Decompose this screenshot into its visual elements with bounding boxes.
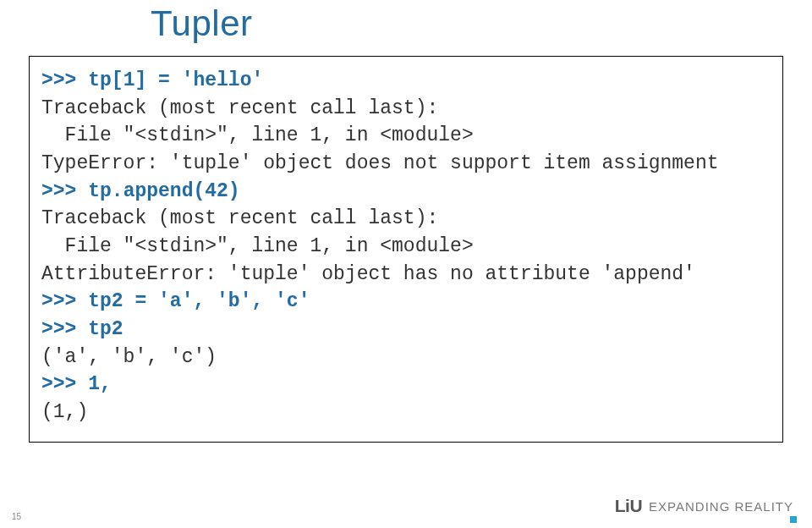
footer: LiU EXPANDING REALITY (615, 496, 793, 516)
liu-logo: LiU (615, 496, 642, 516)
code-line: File "<stdin>", line 1, in <module> (41, 235, 474, 257)
page-number: 15 (12, 512, 21, 521)
code-block: >>> tp[1] = 'hello' Traceback (most rece… (29, 56, 783, 443)
repl-prompt: >>> (41, 290, 88, 312)
footer-tagline: EXPANDING REALITY (649, 499, 793, 514)
repl-prompt: >>> (41, 318, 88, 340)
slide-title: Tupler (151, 3, 253, 44)
repl-prompt: >>> (41, 373, 88, 395)
code-line: (1,) (41, 401, 88, 423)
code-line: TypeError: 'tuple' object does not suppo… (41, 152, 719, 174)
code-line: AttributeError: 'tuple' object has no at… (41, 263, 695, 285)
repl-input: 1, (88, 373, 112, 395)
repl-input: tp.append(42) (88, 180, 239, 202)
repl-input: tp[1] = 'hello' (88, 69, 263, 91)
repl-input: tp2 = 'a', 'b', 'c' (88, 290, 310, 312)
accent-square-icon (790, 516, 797, 523)
code-line: Traceback (most recent call last): (41, 207, 438, 229)
repl-prompt: >>> (41, 180, 88, 202)
repl-input: tp2 (88, 318, 123, 340)
code-line: Traceback (most recent call last): (41, 97, 438, 119)
repl-prompt: >>> (41, 69, 88, 91)
code-line: File "<stdin>", line 1, in <module> (41, 124, 474, 146)
code-line: ('a', 'b', 'c') (41, 346, 217, 368)
code-content: >>> tp[1] = 'hello' Traceback (most rece… (41, 67, 771, 426)
